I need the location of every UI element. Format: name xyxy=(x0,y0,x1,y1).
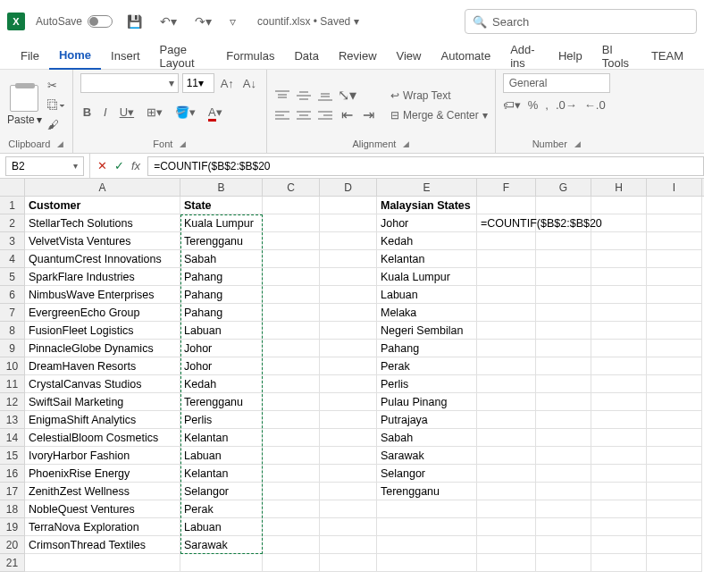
cell[interactable] xyxy=(647,536,702,554)
row-header[interactable]: 6 xyxy=(0,286,25,304)
cell[interactable] xyxy=(536,483,591,500)
cell[interactable] xyxy=(263,232,320,250)
dialog-launcher-icon[interactable]: ◢ xyxy=(57,139,63,148)
cell[interactable] xyxy=(320,214,377,232)
merge-center-button[interactable]: ⊟Merge & Center ▾ xyxy=(390,109,488,122)
cell[interactable] xyxy=(477,304,536,322)
cell[interactable]: Pahang xyxy=(377,340,477,357)
cell[interactable] xyxy=(591,232,647,250)
cell[interactable]: Kedah xyxy=(180,375,263,393)
column-header[interactable]: E xyxy=(377,179,477,196)
tab-page-layout[interactable]: Page Layout xyxy=(150,43,217,70)
row-header[interactable]: 14 xyxy=(0,429,25,447)
column-header[interactable]: B xyxy=(180,179,263,196)
redo-icon[interactable]: ↷▾ xyxy=(191,14,215,29)
cell[interactable] xyxy=(477,250,536,268)
cell[interactable]: IvoryHarbor Fashion xyxy=(25,447,180,465)
cell[interactable] xyxy=(263,250,320,268)
cell[interactable]: Pahang xyxy=(180,268,263,286)
row-header[interactable]: 21 xyxy=(0,554,25,572)
cell[interactable] xyxy=(320,357,377,375)
cell[interactable] xyxy=(263,536,320,554)
font-size-select[interactable]: 11 ▾ xyxy=(182,73,214,93)
cell[interactable]: Putrajaya xyxy=(377,411,477,429)
cell[interactable] xyxy=(647,518,702,536)
cell[interactable]: Johor xyxy=(180,340,263,357)
search-input[interactable]: 🔍 Search xyxy=(465,9,697,34)
align-center-icon[interactable] xyxy=(296,109,312,122)
cell[interactable] xyxy=(647,197,702,214)
cell[interactable] xyxy=(477,393,536,411)
font-color-icon[interactable]: A▾ xyxy=(205,105,225,119)
cell[interactable]: Terengganu xyxy=(377,483,477,500)
cell[interactable]: Terengganu xyxy=(180,232,263,250)
cell[interactable] xyxy=(377,500,477,518)
align-bottom-icon[interactable] xyxy=(317,89,333,102)
cell[interactable] xyxy=(477,447,536,465)
format-painter-icon[interactable]: 🖌 xyxy=(47,118,65,132)
cell[interactable] xyxy=(591,357,647,375)
cell[interactable]: QuantumCrest Innovations xyxy=(25,250,180,268)
cell[interactable]: Johor xyxy=(180,357,263,375)
cell[interactable] xyxy=(591,197,647,214)
cell[interactable] xyxy=(647,268,702,286)
cell[interactable] xyxy=(647,214,702,232)
row-header[interactable]: 18 xyxy=(0,500,25,518)
cell[interactable] xyxy=(320,500,377,518)
column-header[interactable]: I xyxy=(647,179,702,196)
cell[interactable]: CrystalCanvas Studios xyxy=(25,375,180,393)
cell[interactable] xyxy=(591,447,647,465)
cell[interactable] xyxy=(320,232,377,250)
align-left-icon[interactable] xyxy=(274,109,290,122)
save-icon[interactable]: 💾 xyxy=(123,14,146,29)
tab-help[interactable]: Help xyxy=(549,43,592,70)
cell[interactable] xyxy=(377,554,477,572)
decrease-font-icon[interactable]: A↓ xyxy=(240,77,259,90)
tab-bitools[interactable]: BI Tools xyxy=(592,43,641,70)
cell[interactable] xyxy=(263,304,320,322)
qat-customize-icon[interactable]: ▿ xyxy=(226,14,239,29)
cell[interactable] xyxy=(591,286,647,304)
autosave-toggle[interactable]: AutoSave xyxy=(36,15,113,28)
cell[interactable] xyxy=(536,357,591,375)
confirm-formula-icon[interactable]: ✓ xyxy=(114,159,124,172)
cell[interactable] xyxy=(536,232,591,250)
tab-view[interactable]: View xyxy=(387,43,432,70)
cell[interactable]: DreamHaven Resorts xyxy=(25,357,180,375)
cell[interactable] xyxy=(320,447,377,465)
cancel-formula-icon[interactable]: ✕ xyxy=(97,159,107,172)
column-header[interactable]: D xyxy=(320,179,377,196)
cell[interactable]: Selangor xyxy=(180,483,263,500)
cell[interactable] xyxy=(591,322,647,340)
cell[interactable]: NimbusWave Enterprises xyxy=(25,286,180,304)
cell[interactable]: Kelantan xyxy=(180,429,263,447)
cell[interactable]: ZenithZest Wellness xyxy=(25,483,180,500)
cell[interactable]: Kelantan xyxy=(180,465,263,483)
copy-icon[interactable]: ⿻▾ xyxy=(47,98,65,113)
cell[interactable]: Sarawak xyxy=(180,536,263,554)
cell[interactable]: Negeri Sembilan xyxy=(377,322,477,340)
row-header[interactable]: 16 xyxy=(0,465,25,483)
underline-button[interactable]: U▾ xyxy=(117,105,137,119)
dialog-launcher-icon[interactable]: ◢ xyxy=(574,139,581,148)
cell[interactable] xyxy=(536,286,591,304)
cell[interactable]: Sarawak xyxy=(377,447,477,465)
cell[interactable]: Kuala Lumpur xyxy=(377,268,477,286)
column-header[interactable]: C xyxy=(263,179,320,196)
row-header[interactable]: 12 xyxy=(0,393,25,411)
cell[interactable]: CelestialBloom Cosmetics xyxy=(25,429,180,447)
cell[interactable] xyxy=(647,357,702,375)
cell[interactable] xyxy=(536,197,591,214)
cell[interactable] xyxy=(647,554,702,572)
cell[interactable] xyxy=(647,375,702,393)
font-family-select[interactable]: ▾ xyxy=(80,73,179,93)
row-header[interactable]: 20 xyxy=(0,536,25,554)
tab-data[interactable]: Data xyxy=(284,43,328,70)
cell[interactable] xyxy=(647,393,702,411)
cell[interactable] xyxy=(536,554,591,572)
cell[interactable]: SwiftSail Marketing xyxy=(25,393,180,411)
cell[interactable] xyxy=(263,357,320,375)
cell[interactable]: StellarTech Solutions xyxy=(25,214,180,232)
cell[interactable] xyxy=(320,268,377,286)
cell[interactable] xyxy=(647,250,702,268)
